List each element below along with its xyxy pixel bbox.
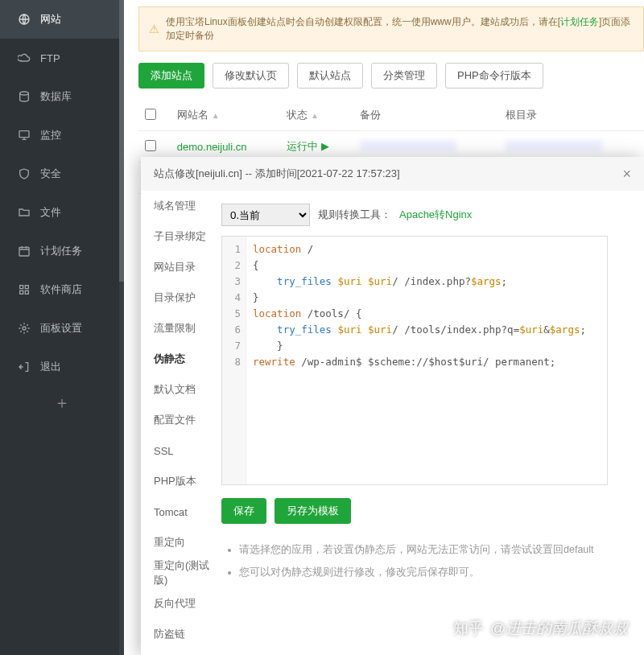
svg-rect-3 — [19, 247, 29, 256]
status-cell[interactable]: 运行中▶ — [287, 140, 329, 152]
col-backup[interactable]: 备份 — [353, 100, 498, 131]
calendar-icon — [18, 245, 31, 257]
database-icon — [18, 90, 31, 103]
hint-item: 请选择您的应用，若设置伪静态后，网站无法正常访问，请尝试设置回default — [239, 538, 636, 561]
modal-tab[interactable]: 配置文件 — [141, 405, 221, 435]
sidebar-item-label: 文件 — [40, 205, 61, 220]
modal-tab[interactable]: 反向代理 — [141, 588, 221, 619]
hints: 请选择您的应用，若设置伪静态后，网站无法正常访问，请尝试设置回default 您… — [221, 538, 636, 583]
grid-icon — [18, 283, 31, 296]
modal-tab[interactable]: SSL — [141, 435, 221, 466]
save-as-template-button[interactable]: 另存为模板 — [275, 498, 351, 524]
gear-icon — [18, 322, 31, 335]
sidebar-item-settings[interactable]: 面板设置 — [0, 309, 124, 348]
sidebar-item-label: 退出 — [40, 360, 61, 374]
sort-icon: ▲ — [311, 111, 319, 120]
col-name[interactable]: 网站名▲ — [171, 100, 280, 131]
modal-tab[interactable]: PHP版本 — [141, 466, 221, 496]
modal-tab[interactable]: 伪静态 — [141, 344, 221, 374]
sidebar-item-cron[interactable]: 计划任务 — [0, 232, 124, 270]
default-site-button[interactable]: 默认站点 — [297, 63, 363, 89]
folder-icon — [18, 206, 31, 219]
site-modal: 站点修改[neijuli.cn] -- 添加时间[2021-07-22 17:5… — [141, 157, 644, 655]
sidebar-item-website[interactable]: 网站 — [0, 0, 124, 39]
svg-rect-2 — [19, 131, 29, 138]
sidebar-item-label: 监控 — [40, 128, 61, 142]
toolbar: 添加站点 修改默认页 默认站点 分类管理 PHP命令行版本 — [138, 63, 644, 89]
shield-icon — [18, 167, 31, 180]
modal-titlebar[interactable]: 站点修改[neijuli.cn] -- 添加时间[2021-07-22 17:5… — [141, 157, 644, 191]
editor-code[interactable]: location /{ try_files $uri $uri/ /index.… — [246, 237, 586, 484]
hint-item: 您可以对伪静态规则进行修改，修改完后保存即可。 — [239, 561, 636, 583]
modal-tabs: 域名管理子目录绑定网站目录目录保护流量限制伪静态默认文档配置文件SSLPHP版本… — [141, 191, 221, 655]
sidebar-item-logout[interactable]: 退出 — [0, 348, 124, 386]
svg-rect-4 — [20, 286, 23, 289]
play-icon: ▶ — [321, 140, 329, 152]
modal-tab[interactable]: 子目录绑定 — [141, 221, 221, 252]
sort-icon: ▲ — [212, 111, 220, 120]
modal-content: 0.当前 规则转换工具： Apache转Nginx 12345678 locat… — [221, 191, 644, 655]
modal-tab[interactable]: 域名管理 — [141, 191, 221, 221]
logout-icon — [18, 360, 31, 373]
modal-tab[interactable]: 重定向(测试版) — [141, 558, 221, 588]
save-button[interactable]: 保存 — [221, 498, 266, 524]
php-cli-button[interactable]: PHP命令行版本 — [445, 63, 543, 89]
edit-default-page-button[interactable]: 修改默认页 — [213, 63, 289, 89]
sidebar: 网站 FTP 数据库 监控 安全 文件 计划任务 软件商店 面板设置 退出 ＋ — [0, 0, 124, 655]
sidebar-item-label: 软件商店 — [40, 282, 82, 297]
select-all-checkbox[interactable] — [145, 109, 156, 120]
code-editor[interactable]: 12345678 location /{ try_files $uri $uri… — [221, 236, 608, 485]
svg-point-8 — [23, 327, 26, 330]
monitor-icon — [18, 129, 31, 142]
sidebar-item-label: 网站 — [40, 12, 61, 27]
convert-link[interactable]: Apache转Nginx — [399, 208, 472, 222]
row-checkbox[interactable] — [145, 140, 156, 151]
svg-rect-6 — [20, 290, 23, 294]
col-status[interactable]: 状态▲ — [280, 100, 353, 131]
category-button[interactable]: 分类管理 — [371, 63, 437, 89]
cloud-icon — [18, 51, 31, 64]
modal-tab[interactable]: 防盗链 — [141, 619, 221, 649]
notice-link[interactable]: 计划任务 — [560, 16, 599, 27]
sidebar-item-appstore[interactable]: 软件商店 — [0, 270, 124, 309]
modal-tab[interactable]: 流量限制 — [141, 313, 221, 344]
add-site-button[interactable]: 添加站点 — [138, 63, 204, 89]
modal-tab[interactable]: 默认文档 — [141, 374, 221, 405]
convert-label: 规则转换工具： — [318, 208, 391, 222]
col-root[interactable]: 根目录 — [499, 100, 644, 131]
sidebar-item-label: 数据库 — [40, 89, 72, 104]
sidebar-add[interactable]: ＋ — [0, 386, 124, 418]
close-icon[interactable]: × — [622, 166, 631, 183]
svg-point-1 — [20, 92, 29, 95]
sidebar-item-monitor[interactable]: 监控 — [0, 116, 124, 154]
modal-tab[interactable]: 响应日志 — [141, 649, 221, 655]
sidebar-item-label: 计划任务 — [40, 244, 82, 258]
notice-bar: ⚠ 使用宝塔Linux面板创建站点时会自动创建权限配置，统一使用www用户。建站… — [138, 6, 644, 51]
sidebar-item-label: 面板设置 — [40, 321, 82, 336]
sidebar-item-files[interactable]: 文件 — [0, 193, 124, 232]
sidebar-item-label: 安全 — [40, 167, 61, 181]
modal-tab[interactable]: Tomcat — [141, 496, 221, 527]
sidebar-item-label: FTP — [40, 52, 60, 64]
globe-icon — [18, 13, 31, 26]
site-name-link[interactable]: demo.neijuli.cn — [177, 141, 247, 153]
modal-tab[interactable]: 目录保护 — [141, 282, 221, 313]
modal-title: 站点修改[neijuli.cn] -- 添加时间[2021-07-22 17:5… — [154, 167, 400, 181]
blurred-cell — [360, 140, 456, 151]
rewrite-select[interactable]: 0.当前 — [221, 204, 310, 226]
modal-tab[interactable]: 网站目录 — [141, 252, 221, 282]
modal-tab[interactable]: 重定向 — [141, 527, 221, 558]
sidebar-item-database[interactable]: 数据库 — [0, 77, 124, 116]
sidebar-item-ftp[interactable]: FTP — [0, 39, 124, 77]
blurred-cell — [506, 140, 602, 151]
svg-rect-5 — [25, 286, 28, 289]
svg-rect-7 — [25, 290, 28, 294]
notice-prefix: 使用宝塔Linux面板创建站点时会自动创建权限配置，统一使用www用户。建站成功… — [166, 16, 560, 27]
sidebar-item-security[interactable]: 安全 — [0, 154, 124, 193]
warn-icon: ⚠ — [149, 23, 159, 35]
editor-gutter: 12345678 — [222, 237, 246, 484]
